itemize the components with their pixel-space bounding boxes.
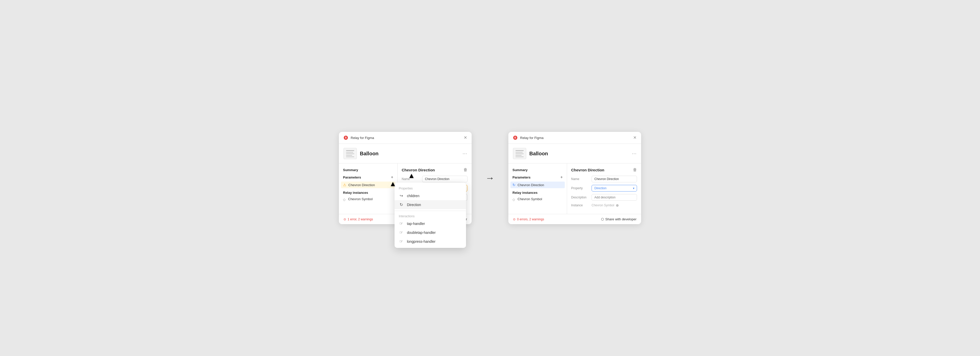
name-field-row-1: Name xyxy=(402,176,468,182)
dropdown-menu: Properties ↪ children ↻ Direction Intera… xyxy=(395,183,466,248)
dropdown-item-tap[interactable]: ☞ tap-handler xyxy=(395,219,466,228)
panel-2-footer: ⊙ 0 errors, 2 warnings ⬡ Share with deve… xyxy=(508,214,641,224)
name-field-row-2: Name xyxy=(571,176,637,182)
panel-2: R Relay for Figma ✕ Balloon xyxy=(508,132,641,224)
add-parameter-button-2[interactable]: + xyxy=(560,175,563,180)
panel-2-header: R Relay for Figma ✕ xyxy=(508,132,641,144)
direction-label: Direction xyxy=(407,203,421,207)
sidebar-param-item-1[interactable]: ⚠ Chevron Direction xyxy=(341,181,395,188)
footer-status-2: ⊙ 0 errors, 2 warnings xyxy=(513,218,544,221)
panel-2-title: Relay for Figma xyxy=(520,136,544,140)
instance-item-2[interactable]: Chevron Symbol xyxy=(508,196,567,202)
parameters-label-2: Parameters xyxy=(512,175,531,179)
name-input-1[interactable] xyxy=(422,176,468,182)
section-header-row-2: Chevron Direction 🗑 xyxy=(571,168,637,172)
param-label-2: Chevron Direction xyxy=(517,183,544,187)
property-field-row-2: Property direction Direction ▼ xyxy=(571,185,637,192)
section-title-2: Chevron Direction xyxy=(571,168,605,172)
relay-instances-label-1: Relay instances xyxy=(339,188,397,196)
component-thumbnail-1 xyxy=(344,148,357,159)
add-parameter-button-1[interactable]: + xyxy=(391,175,393,180)
component-header-1: Balloon ⋯ xyxy=(339,144,472,164)
component-header-left-2: Balloon xyxy=(513,148,548,159)
right-arrow: → xyxy=(485,173,495,183)
thumb-line-2-2 xyxy=(515,152,523,153)
name-input-2[interactable] xyxy=(592,176,637,182)
component-header-left-1: Balloon xyxy=(344,148,379,159)
instance-field-label-2: Instance xyxy=(571,203,592,207)
doubletap-label: doubletap-handler xyxy=(407,230,436,235)
instance-value-2: Chevron Symbol xyxy=(592,203,614,207)
thumb-line-2 xyxy=(346,152,353,153)
arrow-container: → xyxy=(480,173,500,183)
sidebar-1: Summary Parameters + ⚠ Chevron Direction… xyxy=(339,164,398,214)
footer-status-1: ⊙ 1 error, 2 warnings xyxy=(344,218,373,221)
thumb-line-5 xyxy=(346,157,354,157)
section-header-row-1: Chevron Direction 🗑 xyxy=(402,168,468,172)
share-icon-2: ⬡ xyxy=(601,217,604,221)
name-label-2: Name xyxy=(571,177,592,181)
interactions-section-label: Interactions xyxy=(395,213,466,219)
more-button-1[interactable]: ⋯ xyxy=(463,151,467,156)
panel-2-header-left: R Relay for Figma xyxy=(513,135,544,140)
thumbnail-lines-2 xyxy=(515,150,524,157)
summary-label-1: Summary xyxy=(339,167,397,174)
svg-text:R: R xyxy=(345,137,347,139)
instance-field-2: Chevron Symbol ⊕ xyxy=(592,203,637,207)
dropdown-item-direction[interactable]: ↻ Direction xyxy=(395,200,466,209)
property-select-2[interactable]: direction Direction xyxy=(592,185,637,192)
tap-icon: ☞ xyxy=(399,221,404,226)
main-content-2: Chevron Direction 🗑 Name Property direct… xyxy=(567,164,641,214)
thumb-line-2-1 xyxy=(515,150,524,151)
name-label-1: Name xyxy=(402,177,422,181)
diamond-icon-2 xyxy=(512,198,515,201)
thumb-line-1 xyxy=(346,150,354,151)
trash-button-1[interactable]: 🗑 xyxy=(463,168,468,172)
sidebar-param-item-2[interactable]: ↻ Chevron Direction xyxy=(511,181,565,188)
thumb-line-4 xyxy=(346,155,352,156)
panel-2-body: Summary Parameters + ↻ Chevron Direction… xyxy=(508,164,641,214)
instance-field-row-2: Instance Chevron Symbol ⊕ xyxy=(571,203,637,207)
relay-icon-2: R xyxy=(513,135,517,140)
property-label-2: Property xyxy=(571,186,592,190)
ok-text-2: 0 errors, 2 warnings xyxy=(517,218,544,221)
warning-icon-1: ⚠ xyxy=(343,183,346,187)
children-label: children xyxy=(407,194,419,198)
component-name-2: Balloon xyxy=(529,151,548,157)
param-label-1: Chevron Direction xyxy=(348,183,375,187)
thumb-line-2-3 xyxy=(515,154,524,154)
description-field-row-2: Description xyxy=(571,194,637,201)
dropdown-item-doubletap[interactable]: ☞ doubletap-handler xyxy=(395,228,466,237)
properties-section-label: Properties xyxy=(395,184,466,191)
sidebar-2: Summary Parameters + ↻ Chevron Direction… xyxy=(508,164,567,214)
direction-icon: ↻ xyxy=(399,202,404,207)
crosshair-button-2[interactable]: ⊕ xyxy=(616,203,619,207)
parameters-section-2: Parameters + xyxy=(508,174,567,181)
thumb-line-2-5 xyxy=(515,157,524,157)
more-button-2[interactable]: ⋯ xyxy=(632,151,636,156)
panel-1-close-button[interactable]: ✕ xyxy=(464,136,467,140)
instance-label-1: Chevron Symbol xyxy=(348,197,372,201)
relay-icon: R xyxy=(344,135,348,140)
share-button-2[interactable]: ⬡ Share with developer xyxy=(601,217,636,221)
trash-button-2[interactable]: 🗑 xyxy=(633,168,637,172)
panel-1-title: Relay for Figma xyxy=(351,136,374,140)
error-icon-1: ⊙ xyxy=(344,218,346,221)
summary-label-2: Summary xyxy=(508,167,567,174)
longpress-icon: ☞ xyxy=(399,239,404,244)
share-label-2: Share with developer xyxy=(605,217,636,221)
parameters-section-1: Parameters + xyxy=(339,174,397,181)
thumb-line-3 xyxy=(346,154,354,154)
section-title-1: Chevron Direction xyxy=(402,168,435,172)
children-icon: ↪ xyxy=(399,193,404,198)
panel-2-close-button[interactable]: ✕ xyxy=(633,136,636,140)
dropdown-item-longpress[interactable]: ☞ longpress-handler xyxy=(395,237,466,246)
instance-item-1[interactable]: Chevron Symbol xyxy=(339,196,397,202)
component-header-2: Balloon ⋯ xyxy=(508,144,641,164)
diamond-icon-1 xyxy=(343,198,346,201)
panel-1-header-left: R Relay for Figma xyxy=(344,135,374,140)
description-input-2[interactable] xyxy=(592,194,637,201)
parameters-label-1: Parameters xyxy=(343,175,361,179)
dropdown-item-children[interactable]: ↪ children xyxy=(395,191,466,200)
longpress-label: longpress-handler xyxy=(407,240,435,243)
